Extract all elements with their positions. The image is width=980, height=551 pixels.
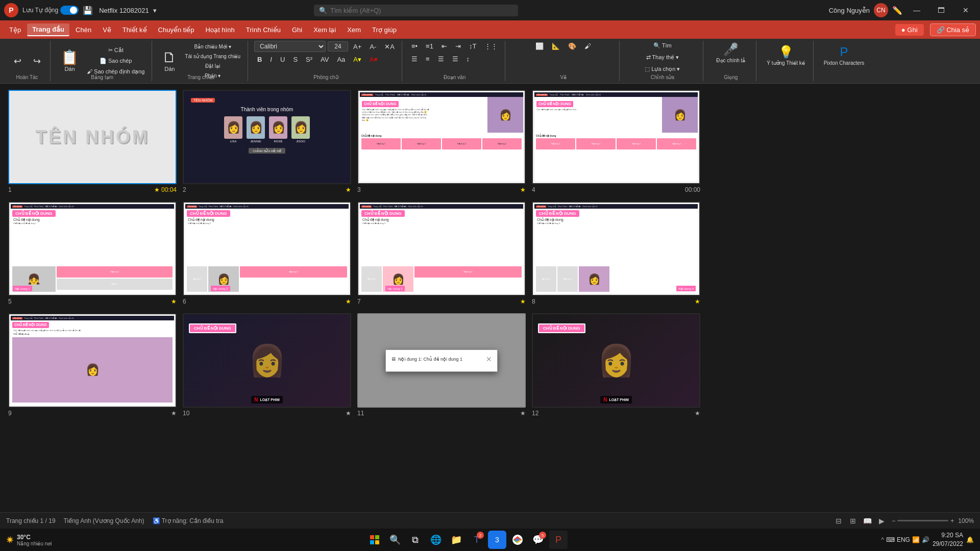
menu-help[interactable]: Trợ giúp	[367, 24, 402, 36]
shape-fill-button[interactable]: 🖌	[581, 41, 594, 52]
numbered-list-button[interactable]: ≡1	[423, 41, 436, 52]
font-family-select[interactable]: Calibri	[254, 41, 326, 52]
popup-close-icon[interactable]: ✕	[486, 355, 492, 363]
slide-star-8[interactable]: ★	[695, 298, 700, 305]
slide-thumb-5[interactable]: TÊN NHÓM Trang chủPhim ThànhMới & Phổ bi…	[8, 202, 177, 296]
user-avatar[interactable]: CN	[874, 3, 888, 17]
fontcolor-button[interactable]: A▾	[366, 54, 381, 65]
menu-animations[interactable]: Hoạt hình	[201, 24, 240, 36]
edge-button[interactable]: 🌐	[427, 531, 445, 549]
autosave-switch[interactable]	[60, 6, 79, 15]
slide-thumb-12[interactable]: CHỦ ĐỀ NỘI DUNG 👩 N LOẠT PHIM	[532, 313, 700, 408]
reset-slide-button[interactable]: Đặt lại	[182, 62, 243, 70]
record-button[interactable]: ● Ghi	[895, 24, 924, 36]
menu-view[interactable]: Xem	[342, 24, 366, 36]
volume-icon[interactable]: 🔊	[922, 536, 929, 543]
slide-thumb-4[interactable]: TÊN NHÓM Trang chủ Phim Thành Mới & Phổ …	[532, 90, 700, 184]
menu-insert[interactable]: Chèn	[70, 24, 96, 36]
shadow-button[interactable]: S²	[303, 54, 315, 65]
share-button[interactable]: 🔗 Chia sẻ	[930, 23, 976, 36]
quick-style-button[interactable]: 🎨	[565, 41, 579, 52]
slide-sorter-button[interactable]: ⊞	[847, 515, 859, 527]
select-button[interactable]: ⬚ Lựa chọn ▾	[642, 64, 683, 74]
zoom-out-button[interactable]: −	[892, 517, 895, 524]
powerpoint-button[interactable]: P	[549, 531, 568, 549]
chevron-icon[interactable]: ^	[881, 536, 884, 543]
normal-view-button[interactable]: ⊟	[832, 515, 845, 527]
file-dropdown-icon[interactable]: ▾	[153, 7, 157, 14]
zoom-in-button[interactable]: +	[950, 517, 954, 524]
reuse-slides-button[interactable]: Tái sử dụng Trang chiếu	[182, 52, 243, 61]
italic-button[interactable]: I	[267, 54, 275, 65]
slideshow-view-button[interactable]: ▶	[875, 515, 888, 527]
save-icon[interactable]: 💾	[83, 6, 93, 15]
minimize-button[interactable]: —	[906, 0, 927, 20]
slide-star-9[interactable]: ★	[171, 410, 177, 417]
columns-button[interactable]: ⋮⋮	[481, 41, 501, 52]
start-button[interactable]	[365, 531, 384, 549]
search-input[interactable]	[330, 7, 513, 14]
slide-item-4[interactable]: TÊN NHÓM Trang chủ Phim Thành Mới & Phổ …	[532, 90, 700, 193]
font-size-input[interactable]	[328, 41, 348, 52]
bold-button[interactable]: B	[254, 54, 265, 65]
slide-star-1[interactable]: ★ 00:04	[154, 186, 177, 193]
explorer-button[interactable]: 📁	[447, 531, 465, 549]
highlight-button[interactable]: A▾	[350, 54, 364, 65]
align-left-button[interactable]: ☰	[408, 54, 421, 64]
clear-format-button[interactable]: ✕A	[381, 41, 398, 52]
slide-star-11[interactable]: ★	[520, 410, 526, 417]
slide-star-5[interactable]: ★	[171, 298, 177, 305]
menu-home[interactable]: Trang đầu	[27, 23, 69, 36]
messenger-button[interactable]: 💬 5	[529, 531, 547, 549]
arrange-button[interactable]: 📐	[549, 41, 563, 52]
slide-item-2[interactable]: TÊN NHÓM Thành viên trong nhóm 👩 LISA	[183, 90, 351, 193]
menu-record[interactable]: Ghi	[287, 24, 307, 36]
taskbar-clock[interactable]: 9:20 SA 29/07/2022	[933, 531, 963, 548]
slide-thumb-7[interactable]: TÊN NHÓM Trang chủPhim ThànhMới & Phổ bi…	[357, 202, 526, 296]
cut-button[interactable]: ✂ Cắt	[84, 45, 148, 55]
slide-thumb-10[interactable]: CHỦ ĐỀ NỘI DUNG 👩 N LOẠT PHIM	[183, 313, 351, 408]
slide-thumb-2[interactable]: TÊN NHÓM Thành viên trong nhóm 👩 LISA	[183, 90, 351, 184]
slide-star-7[interactable]: ★	[520, 298, 526, 305]
menu-file[interactable]: Tệp	[4, 24, 26, 36]
chrome-button[interactable]	[508, 531, 527, 549]
slide-item-12[interactable]: CHỦ ĐỀ NỘI DUNG 👩 N LOẠT PHIM 12 ★	[532, 313, 700, 417]
font-decrease-button[interactable]: A-	[366, 41, 379, 52]
align-center-button[interactable]: ≡	[423, 54, 433, 64]
slide-star-2[interactable]: ★	[346, 186, 351, 193]
menu-draw[interactable]: Vẽ	[97, 24, 116, 36]
bullet-list-button[interactable]: ≡•	[408, 41, 421, 52]
restore-button[interactable]: 🗖	[931, 0, 951, 20]
dictate-button[interactable]: 🎤 Đọc chính tả	[713, 41, 748, 65]
slide-thumb-1[interactable]: TÊN NHÓM	[8, 90, 177, 184]
menu-design[interactable]: Thiết kế	[117, 24, 152, 36]
menu-review[interactable]: Xem lại	[308, 24, 341, 36]
font-increase-button[interactable]: A+	[350, 41, 364, 52]
menu-transitions[interactable]: Chuyển tiếp	[153, 24, 200, 36]
slide-thumb-9[interactable]: TÊN NHÓM Trang chủPhim ThànhMới & Phổ bi…	[8, 313, 177, 408]
slide-item-7[interactable]: TÊN NHÓM Trang chủPhim ThànhMới & Phổ bi…	[357, 202, 526, 305]
slide-thumb-3[interactable]: TÊN NHÓM Trang chủ Phim Thành Mới & Phổ …	[357, 90, 526, 184]
search-taskbar-button[interactable]: 🔍	[386, 531, 404, 549]
redo-button[interactable]: ↪	[28, 55, 46, 67]
strikethrough-button[interactable]: S	[290, 54, 301, 65]
justify-button[interactable]: ☰	[449, 54, 461, 64]
slide2-edit-btn[interactable]: CHỈNH SỬA HỒ SƠ	[249, 148, 285, 154]
slide-thumb-11[interactable]: 🖥 Nội dung 1: Chủ đề nội dung 1 ✕	[357, 313, 526, 408]
slide-item-10[interactable]: CHỦ ĐỀ NỘI DUNG 👩 N LOẠT PHIM 10 ★	[183, 313, 351, 417]
trivia-button[interactable]: 3	[488, 531, 506, 549]
zoom-slider[interactable]	[897, 520, 948, 521]
paste-button[interactable]: 📋Dán	[57, 48, 83, 74]
replace-button[interactable]: ⇄ Thay thế ▾	[642, 53, 683, 62]
slide-layout-button[interactable]: Bản chiếu Mới ▾	[182, 42, 243, 51]
slide-item-8[interactable]: TÊN NHÓM Trang chủPhim ThànhMới & Phổ bi…	[532, 202, 700, 305]
slide-item-9[interactable]: TÊN NHÓM Trang chủPhim ThànhMới & Phổ bi…	[8, 313, 177, 417]
close-button[interactable]: ✕	[955, 0, 976, 20]
underline-button[interactable]: U	[277, 54, 288, 65]
teams-button[interactable]: T 2	[468, 531, 486, 549]
shape-button[interactable]: ⬜	[532, 41, 547, 52]
notification-icon[interactable]: 🔔	[966, 536, 974, 543]
design-ideas-button[interactable]: 💡 Ý tưởng Thiết kế	[763, 41, 808, 70]
settings-icon[interactable]: ✏️	[892, 6, 902, 15]
language-icon[interactable]: ENG	[897, 536, 910, 543]
